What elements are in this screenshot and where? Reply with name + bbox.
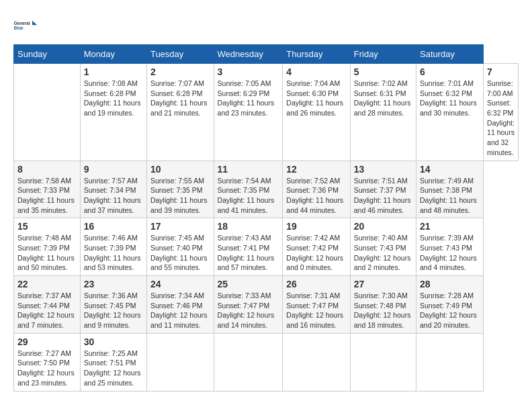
day-info: Sunrise: 7:02 AM Sunset: 6:31 PM Dayligh… (354, 79, 412, 118)
day-info: Sunrise: 7:40 AM Sunset: 7:43 PM Dayligh… (354, 233, 412, 273)
day-number: 10 (150, 164, 210, 175)
day-info: Sunrise: 7:31 AM Sunset: 7:47 PM Dayligh… (286, 291, 346, 330)
day-number: 30 (84, 336, 143, 347)
sunset: Sunset: 6:29 PM (218, 89, 270, 97)
day-info: Sunrise: 7:51 AM Sunset: 7:37 PM Dayligh… (354, 176, 412, 216)
daylight: Daylight: 11 hours and 46 minutes. (354, 196, 411, 214)
daylight: Daylight: 11 hours and 57 minutes. (218, 254, 275, 272)
sunrise: Sunrise: 7:33 AM (218, 291, 271, 300)
sunrise: Sunrise: 7:49 AM (420, 177, 474, 185)
daylight: Daylight: 11 hours and 37 minutes. (84, 196, 141, 214)
day-cell-17: 17 Sunrise: 7:45 AM Sunset: 7:40 PM Dayl… (146, 218, 214, 276)
day-cell-13: 13 Sunrise: 7:51 AM Sunset: 7:37 PM Dayl… (350, 161, 416, 218)
daylight: Daylight: 12 hours and 11 minutes. (150, 311, 208, 329)
daylight: Daylight: 12 hours and 0 minutes. (286, 254, 343, 272)
day-cell-14: 14 Sunrise: 7:49 AM Sunset: 7:38 PM Dayl… (416, 161, 484, 218)
daylight: Daylight: 12 hours and 23 minutes. (17, 369, 75, 387)
day-info: Sunrise: 7:28 AM Sunset: 7:49 PM Dayligh… (420, 291, 480, 330)
day-number: 17 (150, 221, 210, 232)
sunrise: Sunrise: 7:25 AM (84, 349, 138, 357)
sunset: Sunset: 7:50 PM (17, 359, 70, 367)
day-info: Sunrise: 7:48 AM Sunset: 7:39 PM Dayligh… (17, 233, 77, 273)
day-number: 8 (17, 164, 77, 175)
day-cell-18: 18 Sunrise: 7:43 AM Sunset: 7:41 PM Dayl… (214, 218, 283, 276)
sunset: Sunset: 7:47 PM (218, 302, 270, 310)
day-cell-16: 16 Sunrise: 7:46 AM Sunset: 7:39 PM Dayl… (80, 218, 146, 276)
calendar-week-3: 15 Sunrise: 7:48 AM Sunset: 7:39 PM Dayl… (14, 218, 519, 276)
sunset: Sunset: 7:42 PM (286, 244, 339, 252)
sunrise: Sunrise: 7:07 AM (150, 79, 204, 87)
day-cell-5: 5 Sunrise: 7:02 AM Sunset: 6:31 PM Dayli… (350, 64, 416, 161)
logo: GeneralBlue (13, 13, 38, 38)
sunrise: Sunrise: 7:48 AM (17, 234, 71, 242)
day-number: 6 (420, 66, 480, 77)
sunrise: Sunrise: 7:34 AM (150, 291, 204, 300)
day-info: Sunrise: 7:30 AM Sunset: 7:48 PM Dayligh… (354, 291, 412, 330)
sunset: Sunset: 6:28 PM (150, 89, 203, 97)
day-number: 9 (84, 164, 143, 175)
weekday-header-saturday: Saturday (416, 45, 484, 64)
sunrise: Sunrise: 7:27 AM (17, 349, 71, 357)
svg-text:General: General (14, 21, 30, 26)
day-cell-22: 22 Sunrise: 7:37 AM Sunset: 7:44 PM Dayl… (14, 276, 81, 334)
day-number: 29 (17, 336, 77, 347)
day-cell-29: 29 Sunrise: 7:27 AM Sunset: 7:50 PM Dayl… (14, 333, 81, 391)
sunset: Sunset: 7:48 PM (354, 302, 406, 310)
day-number: 19 (286, 221, 346, 232)
daylight: Daylight: 12 hours and 2 minutes. (354, 254, 411, 272)
sunrise: Sunrise: 7:04 AM (286, 79, 340, 87)
sunset: Sunset: 7:35 PM (150, 186, 203, 194)
daylight: Daylight: 11 hours and 23 minutes. (218, 99, 275, 117)
day-number: 15 (17, 221, 77, 232)
calendar-table: SundayMondayTuesdayWednesdayThursdayFrid… (13, 44, 519, 392)
daylight: Daylight: 12 hours and 9 minutes. (84, 311, 141, 329)
day-cell-12: 12 Sunrise: 7:52 AM Sunset: 7:36 PM Dayl… (283, 161, 350, 218)
day-info: Sunrise: 7:07 AM Sunset: 6:28 PM Dayligh… (150, 79, 210, 118)
sunrise: Sunrise: 7:54 AM (218, 177, 271, 185)
sunset: Sunset: 7:41 PM (218, 244, 270, 252)
daylight: Daylight: 12 hours and 4 minutes. (420, 254, 477, 272)
daylight: Daylight: 12 hours and 7 minutes. (17, 311, 75, 329)
weekday-header-row: SundayMondayTuesdayWednesdayThursdayFrid… (14, 45, 519, 64)
sunrise: Sunrise: 7:40 AM (354, 234, 408, 242)
daylight: Daylight: 12 hours and 14 minutes. (218, 311, 275, 329)
sunrise: Sunrise: 7:00 AM (487, 79, 513, 97)
weekday-header-sunday: Sunday (14, 45, 81, 64)
empty-cell (350, 333, 416, 391)
day-info: Sunrise: 7:01 AM Sunset: 6:32 PM Dayligh… (420, 79, 480, 118)
sunset: Sunset: 7:40 PM (150, 244, 203, 252)
sunrise: Sunrise: 7:02 AM (354, 79, 408, 87)
sunset: Sunset: 6:32 PM (487, 99, 513, 117)
daylight: Daylight: 11 hours and 50 minutes. (17, 254, 75, 272)
sunrise: Sunrise: 7:45 AM (150, 234, 204, 242)
sunset: Sunset: 7:43 PM (420, 244, 472, 252)
empty-cell (416, 333, 484, 391)
sunset: Sunset: 7:46 PM (150, 302, 203, 310)
sunset: Sunset: 7:35 PM (218, 186, 270, 194)
sunrise: Sunrise: 7:51 AM (354, 177, 408, 185)
empty-cell (14, 64, 81, 161)
daylight: Daylight: 11 hours and 44 minutes. (286, 196, 343, 214)
day-number: 3 (218, 66, 279, 77)
day-number: 25 (218, 279, 279, 289)
daylight: Daylight: 11 hours and 48 minutes. (420, 196, 477, 214)
day-number: 28 (420, 279, 480, 289)
day-cell-28: 28 Sunrise: 7:28 AM Sunset: 7:49 PM Dayl… (416, 276, 484, 334)
day-number: 22 (17, 279, 77, 289)
day-cell-7: 7 Sunrise: 7:00 AM Sunset: 6:32 PM Dayli… (484, 64, 519, 161)
empty-cell (214, 333, 283, 391)
sunrise: Sunrise: 7:46 AM (84, 234, 138, 242)
daylight: Daylight: 11 hours and 21 minutes. (150, 99, 208, 117)
day-number: 1 (84, 66, 143, 77)
svg-marker-2 (32, 21, 37, 25)
day-info: Sunrise: 7:27 AM Sunset: 7:50 PM Dayligh… (17, 349, 77, 388)
day-info: Sunrise: 7:39 AM Sunset: 7:43 PM Dayligh… (420, 233, 480, 273)
daylight: Daylight: 11 hours and 39 minutes. (150, 196, 208, 214)
day-cell-23: 23 Sunrise: 7:36 AM Sunset: 7:45 PM Dayl… (80, 276, 146, 334)
sunset: Sunset: 6:30 PM (286, 89, 339, 97)
daylight: Daylight: 11 hours and 41 minutes. (218, 196, 275, 214)
day-cell-26: 26 Sunrise: 7:31 AM Sunset: 7:47 PM Dayl… (283, 276, 350, 334)
daylight: Daylight: 11 hours and 35 minutes. (17, 196, 75, 214)
weekday-header-monday: Monday (80, 45, 146, 64)
daylight: Daylight: 12 hours and 16 minutes. (286, 311, 343, 329)
